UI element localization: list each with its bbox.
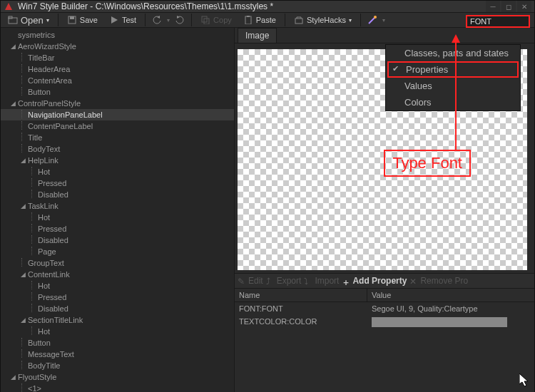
tree-item[interactable]: ◢AeroWizardStyle — [1, 41, 234, 52]
copy-button[interactable]: Copy — [196, 14, 236, 26]
test-button[interactable]: Test — [105, 14, 141, 26]
sidebar: sysmetrics◢AeroWizardStyleTitleBarHeader… — [1, 28, 235, 392]
tree-item-label: Disabled — [36, 236, 68, 244]
tree-item[interactable]: Button — [1, 86, 234, 98]
tree-item-label: Pressed — [36, 225, 66, 233]
svg-marker-15 — [519, 373, 528, 386]
tree-item[interactable]: <1> — [1, 383, 234, 392]
tree-item[interactable]: Hot — [1, 212, 234, 223]
tree-item-label: BodyText — [26, 145, 60, 153]
arrow-down-icon: ◢ — [9, 43, 16, 50]
tree-item[interactable]: Hot — [1, 166, 234, 177]
col-value[interactable]: Value — [367, 289, 534, 301]
stylehacks-icon — [294, 15, 304, 25]
tree-line-icon — [19, 110, 26, 120]
tree-item[interactable]: ◢ContentLink — [1, 269, 234, 280]
col-name[interactable]: Name — [235, 289, 367, 301]
paste-button[interactable]: Paste — [239, 14, 280, 26]
tree-item[interactable]: Button — [1, 337, 234, 349]
save-icon — [67, 15, 77, 25]
color-swatch[interactable] — [372, 317, 507, 327]
dropdown-icon: ▾ — [46, 17, 49, 24]
tree-line-icon — [19, 361, 26, 371]
tree-item[interactable]: Page — [1, 246, 234, 257]
tree-item-label: GroupText — [26, 259, 64, 267]
tree-item-label: Hot — [36, 282, 50, 290]
tree-item[interactable]: Pressed — [1, 223, 234, 234]
svg-rect-9 — [245, 16, 251, 24]
tree-item-label: ContentPaneLabel — [26, 122, 93, 130]
tree-line-icon — [19, 76, 26, 86]
tree[interactable]: sysmetrics◢AeroWizardStyleTitleBarHeader… — [1, 29, 234, 392]
tree-item[interactable]: ContentPaneLabel — [1, 120, 234, 132]
tree-item-label: Page — [36, 247, 56, 256]
add-property-button[interactable]: ＋Add Property — [342, 276, 407, 286]
arrow-down-icon: ◢ — [9, 100, 16, 107]
tree-line-icon — [19, 258, 26, 268]
tree-item[interactable]: Pressed — [1, 292, 234, 303]
export-button[interactable]: ⤴Export — [266, 276, 302, 286]
save-button[interactable]: Save — [63, 14, 102, 26]
edit-button[interactable]: ✎Edit — [238, 276, 263, 286]
import-icon: ⤵ — [304, 277, 312, 285]
tree-line-icon — [29, 235, 36, 245]
tree-item-label: BodyTitle — [26, 361, 60, 370]
tree-item[interactable]: HeaderArea — [1, 63, 234, 75]
wand-dropdown-icon[interactable]: ▾ — [382, 17, 385, 24]
image-tab[interactable]: Image — [238, 28, 277, 43]
tree-item-label: AeroWizardStyle — [16, 42, 76, 51]
tree-item[interactable]: BodyText — [1, 143, 234, 155]
close-button[interactable]: ✕ — [517, 1, 531, 12]
tree-item[interactable]: GroupText — [1, 257, 234, 269]
stylehacks-label: StyleHacks — [307, 16, 346, 24]
tree-line-icon — [19, 349, 26, 359]
tree-item[interactable]: ◢FlyoutStyle — [1, 371, 234, 383]
table-row[interactable]: TEXTCOLOR:COLOR — [235, 315, 534, 329]
open-button[interactable]: Open ▾ — [4, 14, 54, 27]
stylehacks-button[interactable]: StyleHacks ▾ — [290, 14, 356, 26]
tree-item[interactable]: TitleBar — [1, 52, 234, 63]
import-button[interactable]: ⤵Import — [304, 276, 339, 286]
tree-item[interactable]: BodyTitle — [1, 360, 234, 371]
tree-item[interactable]: ◢ControlPanelStyle — [1, 98, 234, 109]
tree-item[interactable]: ◢TaskLink — [1, 200, 234, 212]
titlebar: Win7 Style Builder - C:\Windows\Resource… — [1, 1, 534, 13]
tree-item-label: TitleBar — [26, 53, 55, 62]
tree-item[interactable]: MessageText — [1, 349, 234, 360]
test-label: Test — [122, 16, 136, 24]
prop-name: FONT:FONT — [235, 302, 367, 315]
undo-dropdown-icon[interactable]: ▾ — [167, 17, 170, 24]
copy-label: Copy — [213, 16, 232, 24]
tree-item[interactable]: Disabled — [1, 303, 234, 314]
tree-item[interactable]: ContentArea — [1, 75, 234, 86]
table-row[interactable]: FONT:FONTSegoe UI, 9, Quality:Cleartype — [235, 302, 534, 315]
property-table: Name Value FONT:FONTSegoe UI, 9, Quality… — [235, 289, 534, 392]
open-label: Open — [21, 15, 44, 26]
redo-button[interactable] — [173, 13, 187, 27]
wand-button[interactable] — [365, 13, 379, 27]
tree-line-icon — [29, 304, 36, 314]
tree-item-label: Hot — [36, 327, 50, 336]
tree-item-label: Disabled — [36, 190, 68, 199]
undo-button[interactable] — [150, 13, 164, 27]
tree-item[interactable]: Disabled — [1, 189, 234, 200]
remove-property-button[interactable]: ✕Remove Pro — [409, 276, 468, 286]
tree-item[interactable]: Hot — [1, 280, 234, 292]
tree-item[interactable]: Pressed — [1, 177, 234, 189]
tree-line-icon — [19, 53, 26, 63]
mouse-cursor-icon — [519, 373, 529, 388]
search-input[interactable] — [466, 15, 530, 28]
image-tabbar: Image — [235, 28, 534, 43]
tree-item[interactable]: sysmetrics — [1, 29, 234, 41]
svg-point-12 — [374, 16, 377, 19]
minimize-button[interactable]: ─ — [486, 1, 500, 12]
tree-item[interactable]: Title — [1, 132, 234, 143]
open-icon — [8, 15, 18, 25]
tree-item[interactable]: Disabled — [1, 234, 234, 246]
tree-item[interactable]: ◢SectionTitleLink — [1, 314, 234, 326]
tree-item[interactable]: ◢HelpLink — [1, 155, 234, 166]
maximize-button[interactable]: ◻ — [501, 1, 516, 12]
tree-item[interactable]: NavigationPaneLabel — [1, 109, 234, 120]
tree-item[interactable]: Hot — [1, 326, 234, 337]
tree-line-icon — [29, 190, 36, 200]
